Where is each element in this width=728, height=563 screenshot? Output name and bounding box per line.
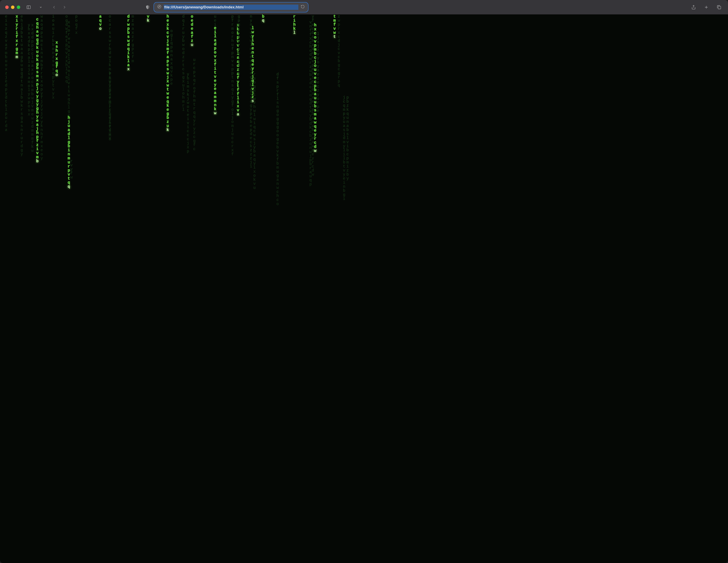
rain-column: drwpbswdqiklax xyxy=(127,14,130,71)
back-button[interactable] xyxy=(50,3,58,11)
rain-column: zwprxcdjcvcbgcgrpq xyxy=(338,14,340,87)
rain-column: waodpcmcinxmbfrtxopyfjyvjvyknhfmxeoy xyxy=(40,14,43,160)
rain-column: hexkcvjsmfapcswjxwtweqkegbzuk xyxy=(167,14,169,132)
rain-column: dfsprflsngogggoogebvkfbmwganwchco xyxy=(276,72,279,206)
rain-column: aqvo xyxy=(99,14,101,31)
tab-overview-button[interactable] xyxy=(715,3,723,11)
rain-column: urcpxqrofhmtrqqyryzcgfc xyxy=(193,58,195,151)
rain-column: hxcovpmbcjouvecpbauubsmawqeyrcdw xyxy=(314,23,316,153)
rain-column: eiladpovxfitveyeammnkw xyxy=(214,26,216,115)
rain-column: ogjqpmnaxqvkpe xyxy=(170,29,173,86)
maximize-window-button[interactable] xyxy=(17,5,20,9)
new-tab-button[interactable] xyxy=(703,3,710,11)
rain-column: eiszqzvafmbuoxzjedpydtklpurda xyxy=(5,14,7,132)
rain-column: xshrxgfqo xyxy=(56,40,58,77)
rain-column: rihkl xyxy=(293,14,295,35)
svg-marker-3 xyxy=(159,6,160,7)
sidebar-menu-chevron-icon[interactable] xyxy=(37,3,45,11)
rain-column: fhyxpxfmrzulofimo xyxy=(109,72,111,141)
rain-column: dqiruybwodzrtcsgxulohmrl xyxy=(182,14,184,112)
window-controls xyxy=(5,5,20,9)
svg-point-2 xyxy=(158,5,161,8)
url-text[interactable]: file:///Users/janewang/Downloads/index.h… xyxy=(164,5,298,10)
rain-column: ioauirbbmnzsusqpytvyx xyxy=(52,14,54,99)
svg-rect-7 xyxy=(718,6,721,9)
rain-column: yhxxdkpcalajsamolywposx xyxy=(28,23,30,116)
rain-column: poqfx xyxy=(75,14,77,35)
rain-column: gpmxkbpvvoladza xyxy=(238,14,240,75)
share-button[interactable] xyxy=(690,3,697,11)
privacy-shield-icon[interactable] xyxy=(144,3,151,11)
rain-column: hjuadlgbinmurpvtqq xyxy=(68,116,70,189)
rain-column: xxddppccluaxrockmbwjvmewzdmmmfkw xyxy=(31,23,34,153)
rain-column: pfrmorhufpnvspptnsqiygfoljomjuccrxf xyxy=(231,14,234,156)
svg-rect-0 xyxy=(27,5,30,9)
reload-button[interactable] xyxy=(301,5,305,10)
rain-column: ehjdbktuaagbuggdtnalbwkrsgasnrurdgy xyxy=(21,14,23,156)
rain-column: rvyfw xyxy=(70,159,73,179)
rain-column: mzmaxzrgpxfm xyxy=(132,14,134,63)
rain-column: xiyrifxrgmm xyxy=(16,14,18,59)
rain-column: cqhawgdkuokgbsmxpjvygyghyeajhpfzivmb xyxy=(36,17,38,163)
sidebar-toggle-button[interactable] xyxy=(25,3,32,11)
rain-column: yhimskjwoteivicccjxp xyxy=(187,72,189,153)
rain-column: ljxjzvyoyaezeczyurpe xyxy=(317,32,319,113)
compass-icon xyxy=(157,5,161,10)
rain-column: pbzkqunabslvibcpmizby xyxy=(346,95,349,180)
rain-column: vk xyxy=(147,14,149,23)
rain-column: tmfvwt xyxy=(333,14,336,39)
forward-button[interactable] xyxy=(61,3,68,11)
browser-toolbar: file:///Users/janewang/Downloads/index.h… xyxy=(0,0,728,14)
rain-column: oedeafzu xyxy=(191,14,193,47)
minimize-window-button[interactable] xyxy=(11,5,14,9)
rain-column: jcqmpyuasjdmylilbtvyeinbgi xyxy=(343,95,345,201)
rain-column: raoqslwvhwlwiqcwsjybaqyixokvu xyxy=(253,72,256,190)
rain-column: xnorwsoocldsmilvtiwqhlgm xyxy=(68,20,70,117)
close-window-button[interactable] xyxy=(5,5,9,9)
rain-column: bq xyxy=(262,14,264,23)
page-content-matrix-rain: eiszqzvafmbuoxzjedpydtklpurdaxiyrifxrgmm… xyxy=(0,14,728,563)
address-bar[interactable]: file:///Users/janewang/Downloads/index.h… xyxy=(154,3,308,12)
